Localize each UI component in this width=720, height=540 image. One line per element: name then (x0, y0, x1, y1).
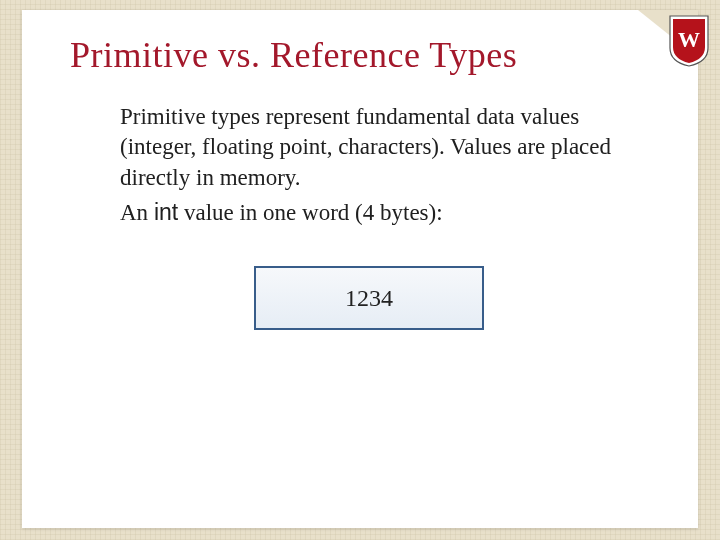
value-box-container: 1234 (120, 232, 618, 330)
paragraph-2-prefix: An (120, 200, 154, 225)
crest-letter: W (678, 27, 700, 52)
slide-title: Primitive vs. Reference Types (22, 10, 698, 84)
paragraph-2: An int value in one word (4 bytes): (120, 197, 618, 228)
paragraph-1: Primitive types represent fundamental da… (120, 102, 618, 193)
memory-word-box: 1234 (254, 266, 484, 330)
int-keyword: int (154, 199, 178, 225)
uw-crest-icon: W (668, 14, 710, 68)
slide-card: Primitive vs. Reference Types Primitive … (22, 10, 698, 528)
slide-body: Primitive types represent fundamental da… (22, 84, 698, 330)
paragraph-2-suffix: value in one word (4 bytes): (178, 200, 442, 225)
